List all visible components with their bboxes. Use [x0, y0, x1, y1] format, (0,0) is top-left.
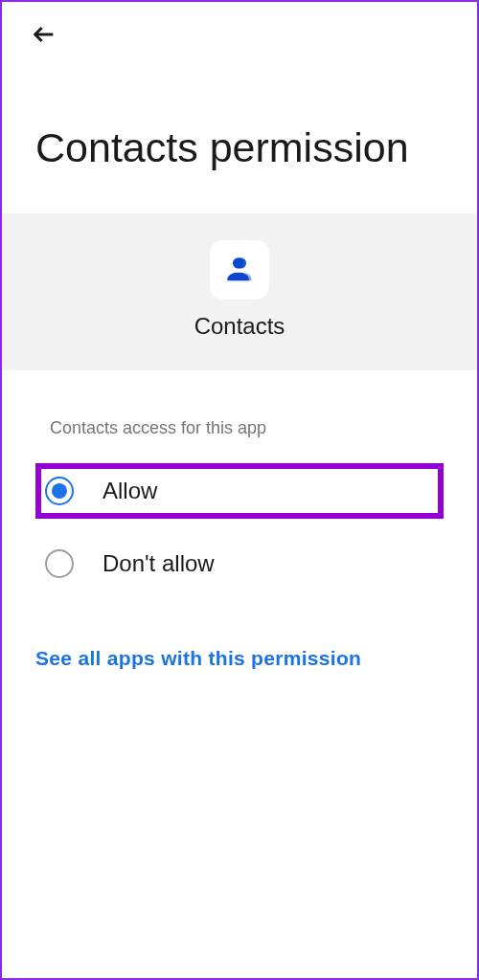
access-options-section: Contacts access for this app Allow Don't… [2, 370, 477, 611]
radio-option-allow[interactable]: Allow [35, 463, 444, 519]
title-section: Contacts permission [2, 64, 477, 213]
app-info-section: Contacts [2, 213, 477, 370]
radio-option-dont-allow[interactable]: Don't allow [35, 536, 444, 591]
app-name-label: Contacts [194, 313, 285, 340]
page-title: Contacts permission [35, 122, 444, 175]
app-icon-wrapper [210, 240, 269, 300]
radio-circle-icon [45, 477, 74, 505]
link-section: See all apps with this permission [2, 611, 477, 706]
radio-label: Allow [103, 478, 157, 504]
radio-label: Don't allow [103, 550, 215, 577]
back-arrow-icon[interactable] [31, 21, 57, 55]
header-bar [2, 2, 477, 64]
section-label: Contacts access for this app [35, 418, 444, 438]
radio-circle-icon [45, 549, 74, 578]
contacts-icon [223, 254, 256, 286]
see-all-apps-link[interactable]: See all apps with this permission [35, 647, 361, 669]
svg-point-2 [233, 257, 243, 268]
